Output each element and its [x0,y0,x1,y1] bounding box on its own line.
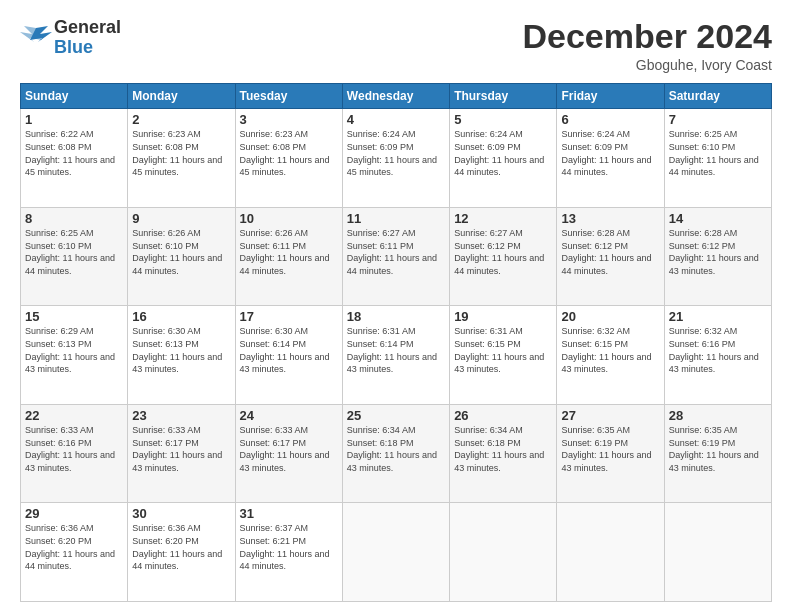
day-number: 23 [132,408,230,423]
day-info: Sunrise: 6:24 AM Sunset: 6:09 PM Dayligh… [561,128,659,178]
day-of-week-header: Sunday [21,84,128,109]
day-number: 31 [240,506,338,521]
day-number: 16 [132,309,230,324]
day-number: 18 [347,309,445,324]
day-number: 27 [561,408,659,423]
page: General Blue December 2024 Gboguhe, Ivor… [0,0,792,612]
location: Gboguhe, Ivory Coast [522,57,772,73]
day-info: Sunrise: 6:23 AM Sunset: 6:08 PM Dayligh… [240,128,338,178]
day-of-week-header: Tuesday [235,84,342,109]
calendar-cell: 12 Sunrise: 6:27 AM Sunset: 6:12 PM Dayl… [450,207,557,306]
day-info: Sunrise: 6:26 AM Sunset: 6:10 PM Dayligh… [132,227,230,277]
day-number: 15 [25,309,123,324]
calendar-cell: 23 Sunrise: 6:33 AM Sunset: 6:17 PM Dayl… [128,404,235,503]
day-info: Sunrise: 6:37 AM Sunset: 6:21 PM Dayligh… [240,522,338,572]
logo-bird-icon [20,24,52,52]
day-of-week-header: Thursday [450,84,557,109]
calendar-week-row: 29 Sunrise: 6:36 AM Sunset: 6:20 PM Dayl… [21,503,772,602]
day-number: 5 [454,112,552,127]
day-info: Sunrise: 6:28 AM Sunset: 6:12 PM Dayligh… [669,227,767,277]
calendar-cell: 9 Sunrise: 6:26 AM Sunset: 6:10 PM Dayli… [128,207,235,306]
calendar-cell: 27 Sunrise: 6:35 AM Sunset: 6:19 PM Dayl… [557,404,664,503]
day-number: 20 [561,309,659,324]
day-number: 30 [132,506,230,521]
day-header-row: SundayMondayTuesdayWednesdayThursdayFrid… [21,84,772,109]
day-number: 7 [669,112,767,127]
day-number: 28 [669,408,767,423]
calendar-cell: 10 Sunrise: 6:26 AM Sunset: 6:11 PM Dayl… [235,207,342,306]
day-info: Sunrise: 6:22 AM Sunset: 6:08 PM Dayligh… [25,128,123,178]
day-number: 4 [347,112,445,127]
calendar-table: SundayMondayTuesdayWednesdayThursdayFrid… [20,83,772,602]
calendar-cell: 26 Sunrise: 6:34 AM Sunset: 6:18 PM Dayl… [450,404,557,503]
day-number: 22 [25,408,123,423]
day-info: Sunrise: 6:33 AM Sunset: 6:16 PM Dayligh… [25,424,123,474]
calendar-cell: 31 Sunrise: 6:37 AM Sunset: 6:21 PM Dayl… [235,503,342,602]
day-info: Sunrise: 6:32 AM Sunset: 6:15 PM Dayligh… [561,325,659,375]
calendar-cell: 30 Sunrise: 6:36 AM Sunset: 6:20 PM Dayl… [128,503,235,602]
day-number: 19 [454,309,552,324]
day-info: Sunrise: 6:28 AM Sunset: 6:12 PM Dayligh… [561,227,659,277]
calendar-cell: 14 Sunrise: 6:28 AM Sunset: 6:12 PM Dayl… [664,207,771,306]
day-number: 10 [240,211,338,226]
calendar-cell: 18 Sunrise: 6:31 AM Sunset: 6:14 PM Dayl… [342,306,449,405]
month-title: December 2024 [522,18,772,55]
day-number: 11 [347,211,445,226]
day-info: Sunrise: 6:25 AM Sunset: 6:10 PM Dayligh… [669,128,767,178]
calendar-cell [664,503,771,602]
calendar-week-row: 15 Sunrise: 6:29 AM Sunset: 6:13 PM Dayl… [21,306,772,405]
calendar-cell [342,503,449,602]
calendar-cell: 1 Sunrise: 6:22 AM Sunset: 6:08 PM Dayli… [21,109,128,208]
calendar-cell [557,503,664,602]
day-info: Sunrise: 6:34 AM Sunset: 6:18 PM Dayligh… [347,424,445,474]
calendar-cell: 16 Sunrise: 6:30 AM Sunset: 6:13 PM Dayl… [128,306,235,405]
day-info: Sunrise: 6:32 AM Sunset: 6:16 PM Dayligh… [669,325,767,375]
day-info: Sunrise: 6:35 AM Sunset: 6:19 PM Dayligh… [669,424,767,474]
calendar-cell: 21 Sunrise: 6:32 AM Sunset: 6:16 PM Dayl… [664,306,771,405]
calendar-cell: 2 Sunrise: 6:23 AM Sunset: 6:08 PM Dayli… [128,109,235,208]
day-info: Sunrise: 6:24 AM Sunset: 6:09 PM Dayligh… [347,128,445,178]
calendar-cell: 6 Sunrise: 6:24 AM Sunset: 6:09 PM Dayli… [557,109,664,208]
day-info: Sunrise: 6:25 AM Sunset: 6:10 PM Dayligh… [25,227,123,277]
calendar-cell: 22 Sunrise: 6:33 AM Sunset: 6:16 PM Dayl… [21,404,128,503]
calendar-cell: 28 Sunrise: 6:35 AM Sunset: 6:19 PM Dayl… [664,404,771,503]
day-info: Sunrise: 6:30 AM Sunset: 6:14 PM Dayligh… [240,325,338,375]
calendar-cell: 17 Sunrise: 6:30 AM Sunset: 6:14 PM Dayl… [235,306,342,405]
day-number: 12 [454,211,552,226]
day-info: Sunrise: 6:26 AM Sunset: 6:11 PM Dayligh… [240,227,338,277]
calendar-week-row: 1 Sunrise: 6:22 AM Sunset: 6:08 PM Dayli… [21,109,772,208]
day-info: Sunrise: 6:36 AM Sunset: 6:20 PM Dayligh… [25,522,123,572]
calendar-cell: 8 Sunrise: 6:25 AM Sunset: 6:10 PM Dayli… [21,207,128,306]
calendar-cell: 7 Sunrise: 6:25 AM Sunset: 6:10 PM Dayli… [664,109,771,208]
day-number: 25 [347,408,445,423]
day-info: Sunrise: 6:31 AM Sunset: 6:14 PM Dayligh… [347,325,445,375]
day-info: Sunrise: 6:24 AM Sunset: 6:09 PM Dayligh… [454,128,552,178]
day-number: 26 [454,408,552,423]
day-number: 9 [132,211,230,226]
day-number: 24 [240,408,338,423]
day-info: Sunrise: 6:33 AM Sunset: 6:17 PM Dayligh… [132,424,230,474]
calendar-cell: 4 Sunrise: 6:24 AM Sunset: 6:09 PM Dayli… [342,109,449,208]
day-info: Sunrise: 6:30 AM Sunset: 6:13 PM Dayligh… [132,325,230,375]
day-info: Sunrise: 6:29 AM Sunset: 6:13 PM Dayligh… [25,325,123,375]
day-number: 6 [561,112,659,127]
calendar-cell: 25 Sunrise: 6:34 AM Sunset: 6:18 PM Dayl… [342,404,449,503]
calendar-cell: 29 Sunrise: 6:36 AM Sunset: 6:20 PM Dayl… [21,503,128,602]
calendar-body: 1 Sunrise: 6:22 AM Sunset: 6:08 PM Dayli… [21,109,772,602]
day-number: 1 [25,112,123,127]
logo-general: General [54,17,121,37]
calendar-cell: 5 Sunrise: 6:24 AM Sunset: 6:09 PM Dayli… [450,109,557,208]
calendar-cell: 20 Sunrise: 6:32 AM Sunset: 6:15 PM Dayl… [557,306,664,405]
day-of-week-header: Friday [557,84,664,109]
calendar-cell: 11 Sunrise: 6:27 AM Sunset: 6:11 PM Dayl… [342,207,449,306]
header: General Blue December 2024 Gboguhe, Ivor… [20,18,772,73]
day-number: 8 [25,211,123,226]
day-number: 21 [669,309,767,324]
calendar-cell: 15 Sunrise: 6:29 AM Sunset: 6:13 PM Dayl… [21,306,128,405]
day-number: 29 [25,506,123,521]
day-info: Sunrise: 6:36 AM Sunset: 6:20 PM Dayligh… [132,522,230,572]
day-info: Sunrise: 6:33 AM Sunset: 6:17 PM Dayligh… [240,424,338,474]
logo-blue: Blue [54,38,121,58]
day-of-week-header: Saturday [664,84,771,109]
day-info: Sunrise: 6:34 AM Sunset: 6:18 PM Dayligh… [454,424,552,474]
